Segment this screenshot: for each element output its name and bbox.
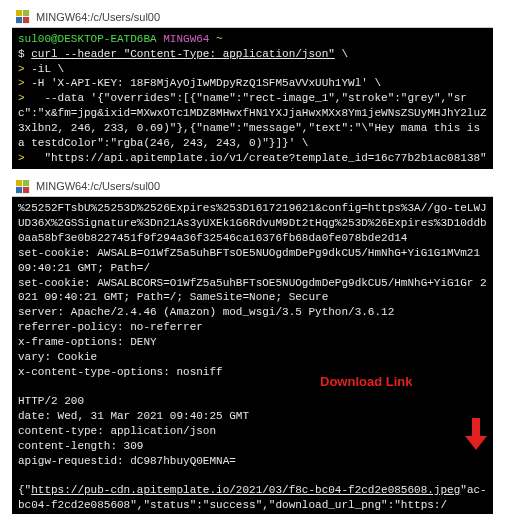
curl-il: -iL \ xyxy=(31,63,64,75)
resp-date: date: Wed, 31 Mar 2021 09:40:25 GMT xyxy=(18,410,249,422)
download-link[interactable]: https://pub-cdn.apitemplate.io/2021/03/f… xyxy=(31,484,460,496)
resp-line-2: set-cookie: AWSALB=O1WfZ5a5uhBFTsOE5NUOg… xyxy=(18,247,487,274)
terminal-content-1[interactable]: sul00@DESKTOP-EATD6BA MINGW64 ~ $ curl -… xyxy=(12,28,493,170)
resp-line-7: vary: Cookie xyxy=(18,351,97,363)
resp-ctype: content-type: application/json xyxy=(18,425,216,437)
svg-rect-6 xyxy=(16,187,22,193)
curl-data: --data '{"overrides":[{"name":"rect-imag… xyxy=(18,92,487,149)
svg-marker-9 xyxy=(465,436,487,450)
mingw-icon-2 xyxy=(16,180,30,194)
prompt-user-1: sul00@DESKTOP-EATD6BA xyxy=(18,33,157,45)
resp-line-8: x-content-type-options: nosniff xyxy=(18,366,223,378)
title-bar-1: MINGW64:/c/Users/sul00 xyxy=(12,8,493,28)
svg-rect-5 xyxy=(23,180,29,186)
terminal-content-2[interactable]: %25252FTsbU%25253D%2526Expires%253D16172… xyxy=(12,197,493,514)
curl-cmd-line1: curl --header "Content-Type: application… xyxy=(31,48,335,60)
prompt-env-1: MINGW64 xyxy=(163,33,209,45)
svg-rect-1 xyxy=(23,10,29,16)
window-title-2: MINGW64:/c/Users/sul00 xyxy=(36,179,160,194)
curl-h: -H 'X-API-KEY: 18F8MjAyOjIwMDpyRzQ1SFM5a… xyxy=(31,77,381,89)
resp-clen: content-length: 309 xyxy=(18,440,143,452)
svg-rect-8 xyxy=(472,418,480,436)
resp-line-3: set-cookie: AWSALBCORS=O1WfZ5a5uhBFTsOE5… xyxy=(18,277,487,304)
curl-url: "https://api.apitemplate.io/v1/create?te… xyxy=(25,152,487,164)
terminal-window-1: MINGW64:/c/Users/sul00 sul00@DESKTOP-EAT… xyxy=(12,8,493,169)
prompt-dollar: $ xyxy=(18,48,25,60)
json-open: {" xyxy=(18,484,31,496)
terminal-window-2: MINGW64:/c/Users/sul00 %25252FTsbU%25253… xyxy=(12,177,493,514)
resp-apigw: apigw-requestid: dC987hbuyQ0EMNA= xyxy=(18,455,236,467)
download-arrow-icon xyxy=(364,390,487,485)
gt-2: > xyxy=(18,77,25,89)
http-status: HTTP/2 200 xyxy=(18,395,84,407)
prompt-path-1: ~ xyxy=(216,33,223,45)
svg-rect-3 xyxy=(23,17,29,23)
resp-line-1: %25252FTsbU%25253D%2526Expires%253D16172… xyxy=(18,202,487,244)
title-bar-2: MINGW64:/c/Users/sul00 xyxy=(12,177,493,197)
gt-3: > xyxy=(18,92,25,104)
svg-rect-2 xyxy=(16,17,22,23)
mingw-icon xyxy=(16,10,30,24)
svg-rect-4 xyxy=(16,180,22,186)
resp-line-5: referrer-policy: no-referrer xyxy=(18,321,203,333)
resp-line-4: server: Apache/2.4.46 (Amazon) mod_wsgi/… xyxy=(18,306,394,318)
gt-1: > xyxy=(18,63,25,75)
line-cont-1: \ xyxy=(341,48,348,60)
gt-4: > xyxy=(18,152,25,164)
resp-line-6: x-frame-options: DENY xyxy=(18,336,157,348)
svg-rect-0 xyxy=(16,10,22,16)
download-link-label: Download Link xyxy=(320,373,412,391)
window-title-1: MINGW64:/c/Users/sul00 xyxy=(36,10,160,25)
svg-rect-7 xyxy=(23,187,29,193)
